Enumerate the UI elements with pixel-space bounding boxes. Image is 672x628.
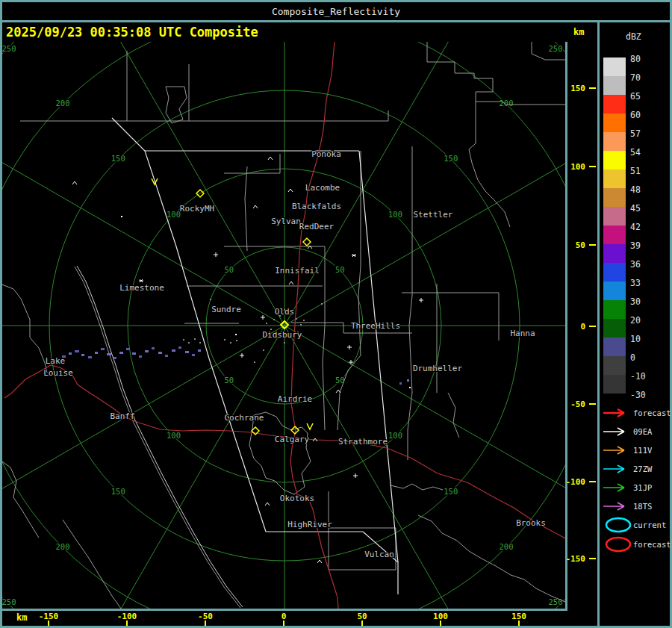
clutter-pixel [303, 320, 305, 321]
city-label: Olds [275, 307, 295, 317]
axis-tick-mark [589, 166, 596, 167]
colorbar-swatch [603, 114, 626, 132]
legend-arrow-label: 09EA [633, 427, 652, 436]
town-caret-icon [336, 390, 340, 393]
town-caret-icon [265, 503, 270, 506]
county-boundary [224, 154, 280, 173]
radar-sector-outline [112, 118, 266, 532]
arrow-glyph [603, 428, 624, 435]
axis-tick-label: 50 [563, 240, 585, 250]
reflectivity-echo-pixel [113, 357, 116, 359]
colorbar-swatch [603, 319, 626, 338]
town-caret-icon [253, 205, 258, 208]
frame-map-bottom [0, 609, 567, 611]
county-boundary [245, 167, 247, 251]
colorbar-swatch [603, 263, 626, 282]
range-ring-label: 150 [444, 154, 458, 163]
city-label: Limestone [119, 283, 164, 293]
county-boundary [0, 460, 39, 538]
town-plus-icon [349, 360, 353, 364]
range-ring-label: 50 [335, 265, 345, 274]
city-label: RockyMH [180, 204, 214, 214]
county-boundary [337, 151, 361, 430]
city-label: HighRiver [287, 520, 332, 529]
clutter-pixel [296, 318, 297, 320]
radar-sector-outline [363, 532, 398, 594]
axis-tick-label: -100 [563, 477, 585, 487]
city-label: Louise [43, 368, 73, 378]
county-boundary [402, 293, 499, 341]
range-ring-label: 200 [56, 99, 70, 108]
range-ring-label: 200 [499, 542, 513, 551]
range-ring-label: 150 [444, 487, 458, 496]
legend-ellipse-label: current [633, 520, 666, 529]
axis-tick-mark [48, 621, 49, 626]
reflectivity-echo-pixel [75, 350, 79, 352]
city-label: Didsbury [263, 330, 302, 340]
city-label: Stettler [414, 210, 453, 220]
town-star-icon [139, 279, 143, 282]
town-caret-icon [288, 189, 293, 192]
city-label: RedDeer [299, 222, 335, 231]
colorbar-value-label: 0 [630, 352, 635, 363]
colorbar-swatch [603, 95, 626, 114]
town-plus-icon [214, 252, 218, 257]
town-caret-icon [72, 181, 77, 184]
city-label: Banff [110, 411, 134, 421]
city-label: Brooks [516, 518, 546, 528]
axis-tick-mark [126, 621, 128, 626]
colorbar-value-label: 80 [630, 54, 641, 64]
reflectivity-echo-pixel [198, 349, 201, 352]
city-label: Vulcan [364, 550, 394, 559]
frame-under-title [0, 20, 672, 22]
clutter-pixel [224, 339, 225, 341]
colorbar-title: dBZ [626, 31, 641, 42]
legend-arrow-label: 31JP [633, 483, 652, 492]
city-label: Airdrie [278, 394, 312, 404]
city-label: Okotoks [280, 494, 314, 503]
axis-tick-label: 100 [563, 162, 585, 172]
reflectivity-echo-pixel [69, 352, 72, 355]
timestamp-label: 2025/09/23 00:35:08 UTC Composite [6, 25, 258, 40]
city-label: Sundre [211, 305, 241, 314]
range-ring-label: 250 [2, 597, 16, 606]
range-ring-label: 250 [549, 44, 563, 53]
axis-tick-label: -150 [563, 554, 585, 564]
arrow-glyph [603, 465, 624, 473]
colorbar-swatch [603, 300, 626, 319]
range-ring-label: 100 [167, 210, 181, 219]
city-label: Hanna [510, 329, 535, 338]
colorbar-swatch [603, 338, 626, 356]
axis-tick-label: 150 [563, 84, 585, 93]
city-label: Cochrane [225, 413, 264, 423]
legend-arrow-icon [602, 500, 632, 512]
town-plus-icon [353, 473, 358, 478]
city-label: Ponoka [311, 149, 341, 159]
legend-ellipse-label: forecast [633, 540, 671, 549]
colorbar-swatch [603, 356, 626, 375]
colorbar-value-label: 30 [630, 296, 641, 307]
colorbar-swatch [603, 151, 626, 170]
clutter-pixel [321, 303, 323, 305]
clutter-pixel [300, 324, 302, 326]
radar-map-canvas[interactable]: 5050505010010010010015015015015020020020… [0, 42, 565, 609]
town-caret-icon [289, 282, 293, 285]
colorbar-swatch [603, 207, 626, 226]
colorbar-value-label: 39 [630, 240, 641, 251]
colorbar-swatch [603, 57, 626, 76]
radar-map-svg: 5050505010010010010015015015015020020020… [0, 42, 565, 609]
radar-app-window: Composite_Reflectivity 2025/09/23 00:35:… [0, 0, 672, 628]
town-plus-icon [347, 345, 352, 349]
clutter-pixel [194, 338, 196, 340]
frame-left [0, 0, 2, 628]
range-ring-label: 100 [388, 431, 402, 440]
town-star-icon [352, 254, 356, 257]
clutter-pixel [183, 339, 184, 341]
range-ring-label: 150 [111, 154, 125, 163]
county-boundary [476, 102, 565, 105]
axis-tick-mark [589, 558, 596, 559]
legend-arrow-label: 18TS [633, 502, 652, 511]
reflectivity-echo-pixel [152, 347, 155, 349]
town-caret-icon [268, 157, 273, 160]
colorbar-value-label: -10 [630, 371, 646, 382]
